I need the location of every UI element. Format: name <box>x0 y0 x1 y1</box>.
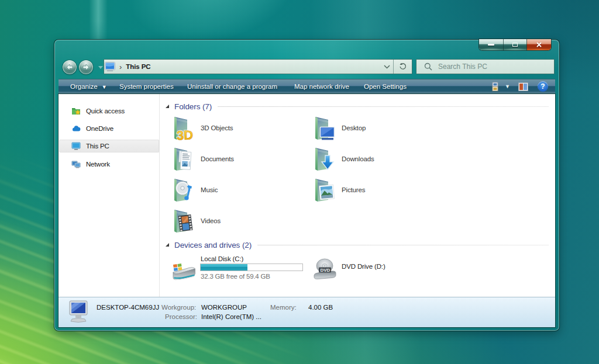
svg-text:DVD: DVD <box>321 268 331 273</box>
svg-text:3D: 3D <box>177 127 194 141</box>
